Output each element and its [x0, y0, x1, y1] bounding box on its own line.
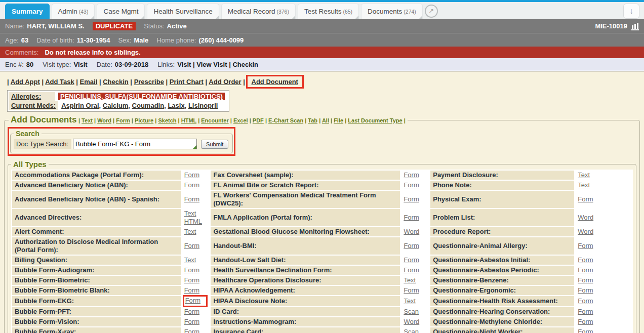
med-link-lasix[interactable]: Lasix	[168, 102, 184, 109]
action-link-add-appt[interactable]: Add Appt	[11, 78, 40, 86]
doc-type-link-sketch[interactable]: Sketch	[158, 117, 176, 123]
doc-type-link-picture[interactable]: Picture	[135, 117, 153, 123]
doc-type-search-input[interactable]	[73, 139, 197, 149]
doc-type-link-text[interactable]: Text	[82, 117, 93, 123]
doc-format-link-questionnaire-asbestos-periodic-form[interactable]: Form	[578, 266, 593, 274]
doc-format-link-insurance-card-scan[interactable]: Scan	[404, 328, 419, 333]
doc-types-table: Accommodations Package (Portal Form):For…	[11, 170, 633, 333]
doc-type-link-word[interactable]: Word	[97, 117, 111, 123]
doc-type-link-last-document-type[interactable]: Last Document Type	[348, 117, 402, 123]
doc-format-link-fmla-application-portal-form-form[interactable]: Form	[404, 214, 419, 221]
doc-format-link-id-card-scan[interactable]: Scan	[404, 308, 419, 315]
doc-type-link-e-chart-scan[interactable]: E-Chart Scan	[268, 117, 303, 123]
doc-format-cell: Text	[401, 296, 429, 306]
doc-format-link-payment-disclosure-text[interactable]: Text	[578, 171, 590, 179]
doc-format-link-bubble-form-pft-form[interactable]: Form	[184, 308, 199, 315]
doc-format-link-bubble-form-biometric-blank-form[interactable]: Form	[184, 286, 199, 294]
search-legend: Search	[14, 130, 42, 138]
doc-format-link-billing-question-text[interactable]: Text	[184, 256, 196, 264]
doc-format-link-questionnaire-night-worker-form[interactable]: Form	[578, 328, 593, 333]
doc-format-link-questionnaire-benzene-form[interactable]: Form	[578, 276, 593, 284]
doc-format-link-questionnaire-asbestos-initial-form[interactable]: Form	[578, 256, 593, 264]
action-link-checkin[interactable]: Checkin	[103, 78, 129, 86]
doc-format-link-health-surveillance-declination-form-form[interactable]: Form	[404, 266, 419, 274]
doc-format-link-hipaa-disclosure-note-text[interactable]: Text	[404, 297, 416, 305]
tab-admin[interactable]: Admin (43)	[52, 4, 95, 19]
doc-type-link-pdf[interactable]: PDF	[253, 117, 264, 123]
doc-format-link-procedure-report-word[interactable]: Word	[578, 228, 593, 235]
doc-format-link-authorization-to-disclose-medical-information-portal-form-form[interactable]: Form	[184, 242, 199, 249]
doc-format-link-hipaa-acknowledgement-form[interactable]: Form	[404, 286, 419, 294]
encounter-link-visit[interactable]: Visit	[177, 61, 191, 68]
doc-format-link-advanced-directives-text[interactable]: Text	[184, 210, 196, 217]
med-link-coumadin[interactable]: Coumadin	[132, 102, 165, 109]
phone-label: Home phone:	[156, 36, 196, 44]
tab-health-surveillance[interactable]: Health Surveillance	[147, 4, 219, 19]
doc-format-link-fax-coversheet-sample-form[interactable]: Form	[404, 171, 419, 179]
doc-format-link-problem-list-word[interactable]: Word	[578, 214, 593, 221]
doc-type-link-excel[interactable]: Excel	[233, 117, 248, 123]
doc-format-link-phone-note-text[interactable]: Text	[578, 181, 590, 189]
current-meds-link[interactable]: Current Meds:	[11, 102, 56, 109]
doc-format-cell: Form	[575, 266, 632, 275]
action-link-prescribe[interactable]: Prescribe	[134, 78, 164, 86]
doc-format-link-alert-comment-text[interactable]: Text	[184, 228, 196, 235]
tab-case-mgmt[interactable]: Case Mgmt	[97, 4, 145, 19]
doc-format-link-questionnaire-ergonomic-form[interactable]: Form	[578, 286, 593, 294]
doc-format-link-questionnaire-methylene-chloride-form[interactable]: Form	[578, 318, 593, 325]
doc-format-link-physical-exam-form[interactable]: Form	[578, 195, 593, 203]
doc-format-link-handout-bmi-form[interactable]: Form	[404, 242, 419, 249]
doc-format-link-fl-animal-bite-or-scratch-report-form[interactable]: Form	[404, 181, 419, 189]
doc-format-link-bubble-form-vision-form[interactable]: Form	[184, 318, 199, 325]
patient-status: Active	[167, 22, 187, 30]
doc-type-link-tab[interactable]: Tab	[308, 117, 317, 123]
action-link-print-chart[interactable]: Print Chart	[170, 78, 204, 86]
age-label: Age:	[5, 36, 19, 44]
doc-format-link-handout-low-salt-diet-form[interactable]: Form	[404, 256, 419, 264]
doc-format-link-advanced-beneficiary-notice-abn-spanish-form[interactable]: Form	[184, 195, 199, 203]
action-link-add-task[interactable]: Add Task	[45, 78, 74, 86]
encounter-link-view-visit[interactable]: View Visit	[196, 61, 227, 68]
doc-type-link-all[interactable]: All	[322, 117, 329, 123]
doc-format-link-fl-workers-compensation-medical-treatment-form-dwc25-form[interactable]: Form	[404, 195, 419, 203]
doc-format-cell: Form	[182, 286, 210, 295]
action-link-email[interactable]: Email	[80, 78, 98, 86]
allergy-value-link[interactable]: PENICILLINS, SULFA(SULFONAMIDE ANTIBIOTI…	[58, 93, 225, 100]
med-link-calcium[interactable]: Calcium	[103, 102, 129, 109]
doc-type-label: Insurance Card:	[211, 327, 400, 333]
patient-id: MIE-10019	[595, 22, 627, 30]
doc-format-link-advanced-beneficiary-notice-abn-form[interactable]: Form	[184, 181, 199, 189]
tab-test-results[interactable]: Test Results (65)	[298, 4, 359, 19]
flowsheet-chart-icon[interactable]	[631, 22, 639, 30]
doc-type-link-html[interactable]: HTML	[181, 117, 196, 123]
doc-format-link-questionnaire-animal-allergy-form[interactable]: Form	[578, 242, 593, 249]
action-link-add-document[interactable]: Add Document	[252, 78, 298, 86]
doc-format-cell: Form	[401, 191, 429, 208]
popout-icon[interactable]: ↗	[425, 5, 438, 18]
med-link-aspirin-oral[interactable]: Aspirin Oral	[61, 102, 99, 109]
tab-medical-record[interactable]: Medical Record (376)	[221, 4, 296, 19]
doc-format-link-questionnaire-health-risk-assessment-form[interactable]: Form	[578, 297, 593, 305]
allergies-link[interactable]: Allergies:	[11, 93, 41, 100]
submit-button[interactable]: Submit	[201, 140, 228, 149]
tab-documents[interactable]: Documents (274)	[361, 4, 423, 19]
doc-format-link-advanced-directives-html[interactable]: HTML	[184, 218, 202, 225]
download-button[interactable]: ↓	[623, 4, 639, 19]
med-link-lisinopril[interactable]: Lisinopril	[188, 102, 218, 109]
doc-format-link-questionnaire-hearing-conservation-form[interactable]: Form	[578, 308, 593, 315]
doc-type-link-encounter[interactable]: Encounter	[201, 117, 228, 123]
doc-format-link-healthcare-operations-disclosure-text[interactable]: Text	[404, 276, 416, 284]
doc-format-link-bubble-form-audiogram-form[interactable]: Form	[184, 266, 199, 274]
doc-format-link-bubble-form-biometric-form[interactable]: Form	[184, 276, 199, 284]
action-link-add-order[interactable]: Add Order	[209, 78, 241, 86]
doc-format-link-instructions-mammogram-word[interactable]: Word	[404, 318, 419, 325]
doc-type-link-file[interactable]: File	[334, 117, 343, 123]
tab-summary[interactable]: Summary	[5, 4, 50, 19]
doc-format-link-bubble-form-x-ray-form[interactable]: Form	[184, 328, 199, 333]
doc-format-link-gestational-blood-glucose-monitoring-flowsheet-word[interactable]: Word	[404, 228, 419, 235]
doc-type-link-form[interactable]: Form	[116, 117, 130, 123]
doc-format-link-accommodations-package-portal-form-form[interactable]: Form	[184, 171, 199, 179]
encounter-link-checkin[interactable]: Checkin	[232, 61, 258, 68]
doc-format-link-bubble-form-ekg-form[interactable]: Form	[185, 297, 200, 304]
doc-type-label: Questionnaire-Asbestos Periodic:	[430, 266, 574, 275]
